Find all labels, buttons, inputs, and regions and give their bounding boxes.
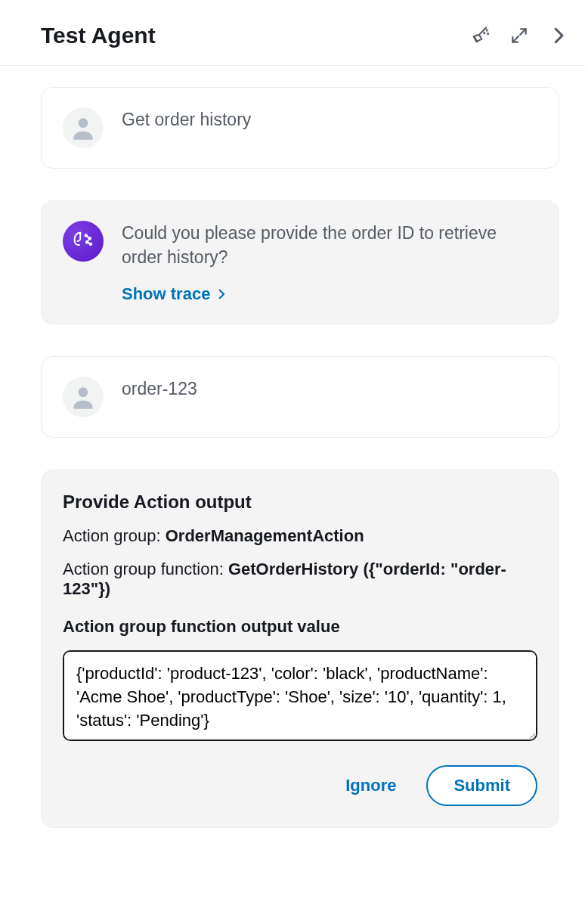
user-message: order-123 (41, 356, 559, 438)
test-agent-panel: Test Agent (0, 0, 585, 924)
chat-scroll[interactable]: Get order history Could you please provi… (0, 66, 585, 924)
show-trace-label: Show trace (122, 284, 210, 304)
action-group-value: OrderManagementAction (166, 526, 364, 545)
panel-header: Test Agent (0, 0, 585, 66)
action-function-label: Action group function: (63, 560, 228, 578)
message-text: order-123 (122, 377, 537, 401)
agent-message: Could you please provide the order ID to… (41, 200, 559, 324)
ignore-button[interactable]: Ignore (336, 767, 405, 805)
action-output-title: Provide Action output (63, 491, 537, 513)
action-function-line: Action group function: GetOrderHistory (… (63, 560, 537, 599)
output-value-label: Action group function output value (63, 617, 537, 637)
user-avatar-icon (63, 377, 104, 417)
message-text: Could you please provide the order ID to… (122, 221, 537, 269)
svg-point-0 (484, 33, 484, 33)
header-icon-row (467, 23, 571, 48)
action-group-line: Action group: OrderManagementAction (63, 526, 537, 546)
message-text: Get order history (122, 107, 537, 132)
svg-point-3 (79, 118, 88, 128)
svg-point-2 (488, 33, 488, 34)
action-output-card: Provide Action output Action group: Orde… (41, 470, 559, 828)
show-trace-link[interactable]: Show trace (122, 284, 537, 304)
user-message: Get order history (41, 87, 559, 169)
broom-icon[interactable] (467, 23, 493, 48)
submit-button[interactable]: Submit (426, 765, 537, 806)
svg-point-1 (487, 29, 488, 30)
action-button-row: Ignore Submit (63, 765, 537, 806)
output-value-textarea[interactable] (63, 650, 537, 741)
chevron-right-icon[interactable] (546, 23, 571, 48)
svg-point-8 (79, 388, 88, 398)
user-avatar-icon (63, 107, 104, 148)
chevron-right-icon (215, 287, 228, 301)
panel-title: Test Agent (41, 23, 156, 48)
expand-icon[interactable] (506, 23, 532, 48)
action-group-label: Action group: (63, 526, 166, 545)
agent-avatar-icon (63, 221, 104, 262)
